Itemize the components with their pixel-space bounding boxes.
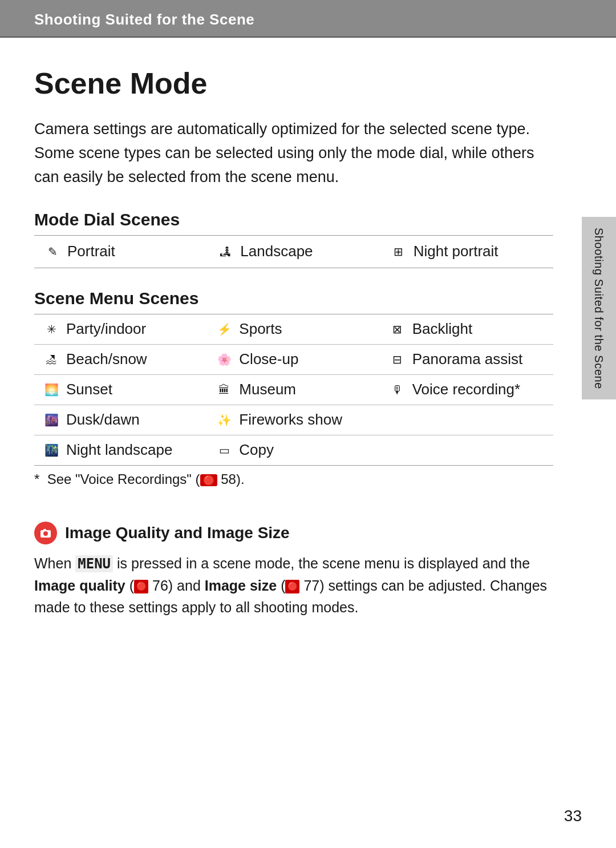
copy-label: Copy: [239, 441, 274, 459]
ref-icon-footnote: 🔴: [200, 474, 217, 486]
table-row: ✳ Party/indoor ⚡ Sports ⊠ Backlight: [34, 314, 553, 344]
portrait-label: Portrait: [67, 243, 115, 260]
scene-menu-heading: Scene Menu Scenes: [34, 289, 553, 308]
closeup-label: Close-up: [239, 350, 298, 368]
sunset-label: Sunset: [66, 381, 112, 398]
night-landscape-icon: 🌃: [42, 441, 60, 459]
sports-icon: ⚡: [215, 320, 233, 338]
bottom-section: Image Quality and Image Size When MENU i…: [34, 522, 553, 619]
sidebar-text-content: Shooting Suited for the Scene: [593, 227, 606, 389]
night-portrait-cell: ⊞ Night portrait: [380, 235, 553, 268]
main-content: Scene Mode Camera settings are automatic…: [0, 38, 616, 653]
footnote: * See "Voice Recordings" (🔴 58).: [34, 471, 553, 487]
table-row: 🌃 Night landscape ▭ Copy: [34, 435, 553, 465]
table-row: 🌅 Sunset 🏛 Museum 🎙 Voice recording*: [34, 374, 553, 405]
page-number: 33: [564, 807, 582, 825]
header-title: Shooting Suited for the Scene: [34, 11, 254, 28]
table-row: ✎ Portrait 🏞 Landscape ⊞ Night portrait: [34, 235, 553, 268]
landscape-icon: 🏞: [216, 243, 234, 261]
image-size-label: Image size: [205, 578, 277, 593]
party-icon: ✳: [42, 320, 60, 338]
landscape-cell: 🏞 Landscape: [207, 235, 380, 268]
scene-menu-table: ✳ Party/indoor ⚡ Sports ⊠ Backlight: [34, 314, 553, 466]
closeup-icon: 🌸: [215, 350, 233, 369]
dusk-label: Dusk/dawn: [66, 411, 140, 429]
night-portrait-label: Night portrait: [414, 243, 499, 260]
dusk-cell: 🌆 Dusk/dawn: [34, 405, 207, 435]
voice-label: Voice recording*: [412, 381, 520, 398]
party-label: Party/indoor: [66, 320, 146, 338]
portrait-icon: ✎: [43, 243, 62, 261]
menu-key: MENU: [75, 555, 113, 572]
panorama-cell: ⊟ Panorama assist: [380, 344, 553, 374]
image-quality-label: Image quality: [34, 578, 125, 593]
page-title: Scene Mode: [34, 66, 553, 100]
portrait-cell: ✎ Portrait: [34, 235, 207, 268]
copy-icon: ▭: [215, 441, 233, 459]
night-landscape-label: Night landscape: [66, 441, 172, 459]
bottom-heading-label: Image Quality and Image Size: [65, 524, 290, 542]
dusk-icon: 🌆: [42, 411, 60, 429]
beach-icon: 🏖: [42, 350, 60, 369]
panorama-label: Panorama assist: [412, 350, 523, 368]
night-portrait-icon: ⊞: [390, 243, 408, 261]
party-cell: ✳ Party/indoor: [34, 314, 207, 344]
table-row: 🏖 Beach/snow 🌸 Close-up ⊟ Panorama assis…: [34, 344, 553, 374]
museum-label: Museum: [239, 381, 296, 398]
svg-point-2: [43, 531, 48, 536]
mode-dial-heading: Mode Dial Scenes: [34, 210, 553, 229]
backlight-icon: ⊠: [388, 320, 407, 338]
bottom-icon: [34, 522, 57, 544]
landscape-label: Landscape: [240, 243, 313, 260]
voice-cell: 🎙 Voice recording*: [380, 374, 553, 405]
fireworks-label: Fireworks show: [239, 411, 342, 429]
table-row: 🌆 Dusk/dawn ✨ Fireworks show: [34, 405, 553, 435]
sidebar-label: Shooting Suited for the Scene: [582, 217, 616, 399]
sunset-icon: 🌅: [42, 381, 60, 399]
sports-cell: ⚡ Sports: [207, 314, 380, 344]
ref-icon-77: 🔴: [285, 580, 299, 593]
beach-cell: 🏖 Beach/snow: [34, 344, 207, 374]
svg-rect-3: [43, 529, 46, 531]
voice-icon: 🎙: [388, 381, 407, 399]
museum-icon: 🏛: [215, 381, 233, 399]
header-bar: Shooting Suited for the Scene: [0, 0, 616, 38]
intro-text: Camera settings are automatically optimi…: [34, 118, 553, 189]
ref-icon-76: 🔴: [134, 580, 148, 593]
sports-label: Sports: [239, 320, 282, 338]
bottom-body-text: When MENU is pressed in a scene mode, th…: [34, 552, 553, 619]
empty-cell-2: [380, 435, 553, 465]
copy-cell: ▭ Copy: [207, 435, 380, 465]
empty-cell-1: [380, 405, 553, 435]
sunset-cell: 🌅 Sunset: [34, 374, 207, 405]
backlight-cell: ⊠ Backlight: [380, 314, 553, 344]
closeup-cell: 🌸 Close-up: [207, 344, 380, 374]
museum-cell: 🏛 Museum: [207, 374, 380, 405]
camera-icon: [38, 525, 54, 541]
bottom-section-heading: Image Quality and Image Size: [34, 522, 553, 544]
beach-label: Beach/snow: [66, 350, 147, 368]
fireworks-cell: ✨ Fireworks show: [207, 405, 380, 435]
fireworks-icon: ✨: [215, 411, 233, 429]
panorama-icon: ⊟: [388, 350, 407, 369]
backlight-label: Backlight: [412, 320, 473, 338]
mode-dial-table: ✎ Portrait 🏞 Landscape ⊞ Night portrait: [34, 235, 553, 268]
night-landscape-cell: 🌃 Night landscape: [34, 435, 207, 465]
